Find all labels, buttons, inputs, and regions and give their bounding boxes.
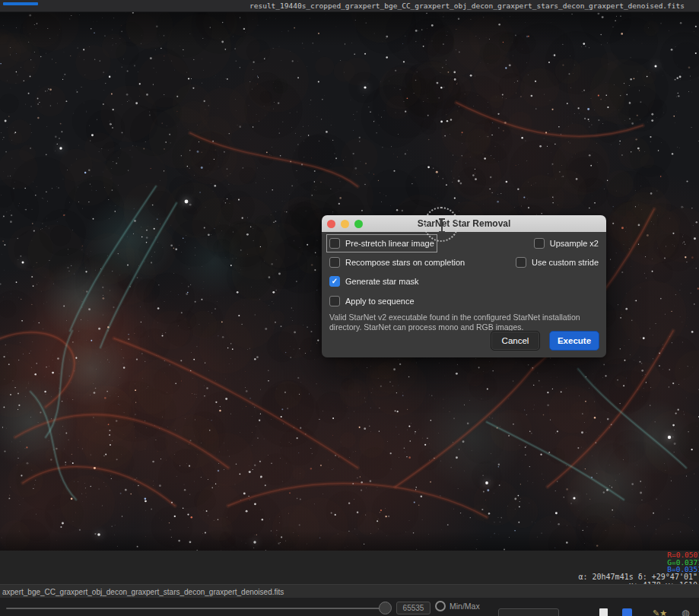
dialog-title: StarNet Star Removal — [322, 218, 606, 229]
status-bar: R=0.0501 G=0.0371 B=0.0351 α: 20h47m41s … — [0, 551, 699, 584]
minmax-label: Min/Max — [450, 602, 480, 611]
pixel-rgb-readout: R=0.0501 G=0.0371 B=0.0351 — [667, 551, 699, 573]
checkbox-use-custom-stride[interactable]: Use custom stride — [516, 256, 599, 268]
application-window: result_19440s_cropped_graxpert_bge_CC_gr… — [0, 0, 699, 616]
checkbox-icon[interactable] — [329, 238, 340, 249]
minmax-radio-group[interactable]: Min/Max — [435, 601, 480, 611]
checkbox-icon[interactable] — [329, 257, 340, 268]
radio-icon[interactable] — [435, 601, 446, 611]
checkbox-icon[interactable] — [534, 238, 545, 249]
celestial-coordinates: α: 20h47m41s δ: +29°47'01" — [578, 573, 697, 581]
checkbox-icon[interactable]: ✓ — [329, 276, 340, 287]
high-cutoff-slider-track[interactable] — [6, 608, 383, 609]
cursor-highlight-circle — [424, 207, 459, 242]
checkbox-label: Upsample x2 — [550, 239, 599, 248]
top-titlebar: result_19440s_cropped_graxpert_bge_CC_gr… — [0, 0, 699, 12]
checkbox-recompose-stars[interactable]: Recompose stars on completion — [329, 256, 465, 268]
color-swatch-icon[interactable] — [622, 608, 632, 616]
document-icon[interactable] — [599, 608, 608, 616]
cancel-button[interactable]: Cancel — [491, 331, 540, 351]
annotation-tools-icon[interactable]: ✎★ — [653, 608, 672, 616]
secondary-input-field[interactable] — [498, 608, 559, 616]
starnet-status-message: Valid StarNet v2 executable found in the… — [329, 313, 600, 332]
checkbox-label: Apply to sequence — [345, 297, 415, 306]
checkbox-label: Generate star mask — [345, 277, 419, 286]
checkbox-icon[interactable] — [329, 296, 340, 306]
checkbox-pre-stretch[interactable]: Pre-stretch linear image — [329, 237, 434, 249]
high-cutoff-slider-handle[interactable] — [379, 602, 392, 614]
filename-strip: axpert_bge_CC_graxpert_obj_decon_graxper… — [0, 584, 699, 599]
close-icon[interactable] — [327, 220, 335, 228]
progress-indicator — [3, 2, 38, 5]
checkbox-generate-star-mask[interactable]: ✓ Generate star mask — [329, 275, 419, 287]
minimize-icon[interactable] — [341, 220, 349, 228]
sequence-filename: axpert_bge_CC_graxpert_obj_decon_graxper… — [2, 588, 284, 596]
display-controls-strip: 65535 Min/Max ✎★ ◍ — [0, 598, 699, 616]
starnet-dialog: StarNet Star Removal Pre-stretch linear … — [322, 215, 606, 357]
dialog-buttons: Cancel Execute — [491, 331, 599, 351]
globe-icon[interactable]: ◍ — [682, 608, 692, 616]
checkbox-label: Pre-stretch linear image — [345, 239, 434, 248]
execute-button[interactable]: Execute — [549, 331, 599, 351]
checkbox-label: Recompose stars on completion — [345, 258, 465, 267]
maximize-icon[interactable] — [354, 220, 363, 228]
checkbox-icon[interactable] — [516, 257, 526, 268]
text-cursor-icon — [441, 219, 443, 232]
dialog-body: Pre-stretch linear image Recompose stars… — [322, 232, 606, 357]
high-cutoff-value-field[interactable]: 65535 — [396, 602, 431, 614]
checkbox-label: Use custom stride — [532, 258, 599, 267]
checkbox-apply-to-sequence[interactable]: Apply to sequence — [329, 295, 415, 307]
open-file-title: result_19440s_cropped_graxpert_bge_CC_gr… — [249, 2, 699, 10]
dialog-titlebar[interactable]: StarNet Star Removal — [322, 215, 606, 232]
checkbox-upsample-x2[interactable]: Upsample x2 — [534, 237, 599, 249]
